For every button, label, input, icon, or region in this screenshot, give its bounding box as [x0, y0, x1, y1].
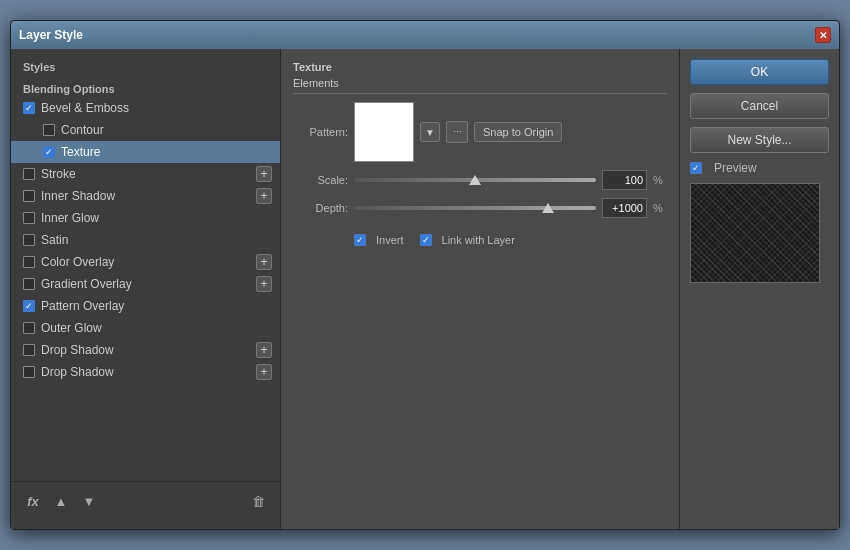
- scale-unit: %: [653, 174, 667, 186]
- checkbox-bevel-emboss[interactable]: [23, 102, 35, 114]
- checkbox-satin[interactable]: [23, 234, 35, 246]
- depth-unit: %: [653, 202, 667, 214]
- preview-label-row: Preview: [690, 161, 829, 175]
- plus-stroke[interactable]: +: [256, 166, 272, 182]
- sidebar-item-gradient-overlay[interactable]: Gradient Overlay +: [11, 273, 280, 295]
- sidebar-item-inner-glow[interactable]: Inner Glow: [11, 207, 280, 229]
- checkbox-stroke[interactable]: [23, 168, 35, 180]
- label-pattern-overlay: Pattern Overlay: [41, 299, 268, 313]
- title-bar: Layer Style ✕: [11, 21, 839, 49]
- label-drop-shadow-1: Drop Shadow: [41, 343, 268, 357]
- layer-style-dialog: Layer Style ✕ Styles Blending Options Be…: [10, 20, 840, 530]
- checkbox-color-overlay[interactable]: [23, 256, 35, 268]
- right-panel: OK Cancel New Style... Preview: [679, 49, 839, 529]
- delete-button[interactable]: 🗑: [248, 492, 268, 512]
- label-bevel-emboss: Bevel & Emboss: [41, 101, 268, 115]
- dialog-body: Styles Blending Options Bevel & Emboss C…: [11, 49, 839, 529]
- new-style-button[interactable]: New Style...: [690, 127, 829, 153]
- checkbox-pattern-overlay[interactable]: [23, 300, 35, 312]
- sidebar-item-stroke[interactable]: Stroke +: [11, 163, 280, 185]
- ok-button[interactable]: OK: [690, 59, 829, 85]
- scale-value-input[interactable]: 100: [602, 170, 647, 190]
- preview-label: Preview: [714, 161, 757, 175]
- depth-slider-track: [354, 206, 596, 210]
- invert-label: Invert: [376, 234, 404, 246]
- sidebar-item-color-overlay[interactable]: Color Overlay +: [11, 251, 280, 273]
- depth-slider-container: [354, 201, 596, 215]
- link-label: Link with Layer: [442, 234, 515, 246]
- fx-label: fx: [27, 494, 39, 509]
- preview-texture: [691, 184, 819, 282]
- sidebar-item-outer-glow[interactable]: Outer Glow: [11, 317, 280, 339]
- checkbox-gradient-overlay[interactable]: [23, 278, 35, 290]
- scale-slider-thumb[interactable]: [469, 175, 481, 185]
- link-row: Link with Layer: [420, 234, 515, 246]
- label-color-overlay: Color Overlay: [41, 255, 268, 269]
- styles-section-label: Styles: [11, 57, 280, 75]
- snap-to-origin-button[interactable]: Snap to Origin: [474, 122, 562, 142]
- label-stroke: Stroke: [41, 167, 268, 181]
- pattern-label: Pattern:: [293, 126, 348, 138]
- section-title: Texture: [293, 61, 667, 73]
- close-button[interactable]: ✕: [815, 27, 831, 43]
- plus-color-overlay[interactable]: +: [256, 254, 272, 270]
- scale-slider-container: [354, 173, 596, 187]
- dialog-title: Layer Style: [19, 28, 83, 42]
- bottom-bar: fx ▲ ▼ 🗑: [11, 481, 280, 521]
- plus-drop-shadow-2[interactable]: +: [256, 364, 272, 380]
- checkbox-inner-shadow[interactable]: [23, 190, 35, 202]
- pattern-options-btn[interactable]: ⋯: [446, 121, 468, 143]
- pattern-dropdown[interactable]: ▼: [420, 122, 440, 142]
- preview-checkbox[interactable]: [690, 162, 702, 174]
- depth-slider-thumb[interactable]: [542, 203, 554, 213]
- center-panel: Texture Elements Pattern: ▼ ⋯ Snap to Or…: [281, 49, 679, 529]
- label-drop-shadow-2: Drop Shadow: [41, 365, 268, 379]
- invert-checkbox[interactable]: [354, 234, 366, 246]
- sidebar-item-drop-shadow-1[interactable]: Drop Shadow +: [11, 339, 280, 361]
- depth-row: Depth: +1000 %: [293, 198, 667, 218]
- label-contour: Contour: [61, 123, 268, 137]
- scale-slider-track: [354, 178, 596, 182]
- sidebar-item-pattern-overlay[interactable]: Pattern Overlay: [11, 295, 280, 317]
- plus-inner-shadow[interactable]: +: [256, 188, 272, 204]
- invert-row: Invert: [354, 234, 404, 246]
- scale-label: Scale:: [293, 174, 348, 186]
- plus-gradient-overlay[interactable]: +: [256, 276, 272, 292]
- move-up-button[interactable]: ▲: [51, 492, 71, 512]
- label-outer-glow: Outer Glow: [41, 321, 268, 335]
- blending-section-label: Blending Options: [11, 79, 280, 97]
- label-gradient-overlay: Gradient Overlay: [41, 277, 268, 291]
- checkbox-texture[interactable]: [43, 146, 55, 158]
- pattern-row: Pattern: ▼ ⋯ Snap to Origin: [293, 102, 667, 162]
- sidebar-item-satin[interactable]: Satin: [11, 229, 280, 251]
- checkbox-drop-shadow-2[interactable]: [23, 366, 35, 378]
- scale-row: Scale: 100 %: [293, 170, 667, 190]
- checkbox-contour[interactable]: [43, 124, 55, 136]
- depth-label: Depth:: [293, 202, 348, 214]
- sidebar-item-drop-shadow-2[interactable]: Drop Shadow +: [11, 361, 280, 383]
- label-inner-shadow: Inner Shadow: [41, 189, 268, 203]
- sidebar-item-inner-shadow[interactable]: Inner Shadow +: [11, 185, 280, 207]
- label-texture: Texture: [61, 145, 268, 159]
- link-checkbox[interactable]: [420, 234, 432, 246]
- sidebar-item-contour[interactable]: Contour: [11, 119, 280, 141]
- pattern-swatch[interactable]: [354, 102, 414, 162]
- sidebar-item-bevel-emboss[interactable]: Bevel & Emboss: [11, 97, 280, 119]
- fx-icon[interactable]: fx: [23, 492, 43, 512]
- depth-value-input[interactable]: +1000: [602, 198, 647, 218]
- move-down-button[interactable]: ▼: [79, 492, 99, 512]
- left-panel: Styles Blending Options Bevel & Emboss C…: [11, 49, 281, 529]
- subsection-title: Elements: [293, 77, 667, 94]
- sidebar-item-texture[interactable]: Texture: [11, 141, 280, 163]
- checkbox-outer-glow[interactable]: [23, 322, 35, 334]
- preview-box: [690, 183, 820, 283]
- checkbox-drop-shadow-1[interactable]: [23, 344, 35, 356]
- label-satin: Satin: [41, 233, 268, 247]
- checkbox-inner-glow[interactable]: [23, 212, 35, 224]
- label-inner-glow: Inner Glow: [41, 211, 268, 225]
- cancel-button[interactable]: Cancel: [690, 93, 829, 119]
- plus-drop-shadow-1[interactable]: +: [256, 342, 272, 358]
